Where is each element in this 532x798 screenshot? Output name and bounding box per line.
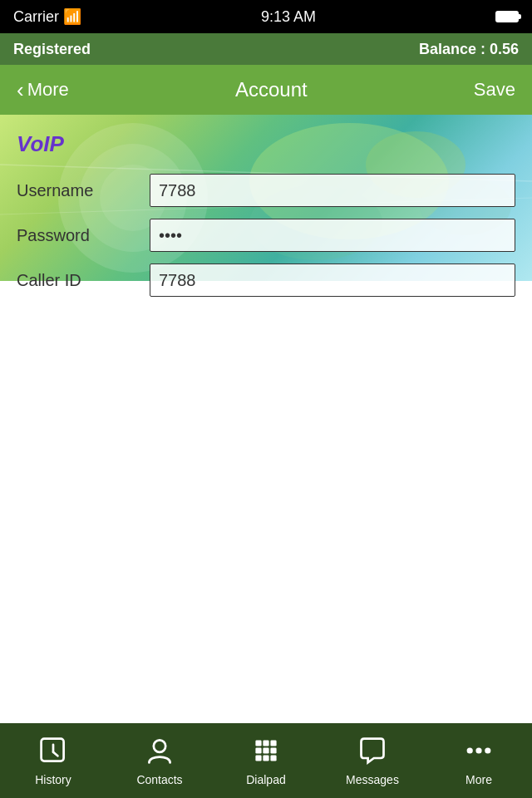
battery-indicator — [495, 11, 519, 22]
svg-line-11 — [53, 751, 57, 756]
svg-rect-21 — [270, 755, 276, 761]
contacts-icon — [145, 736, 175, 770]
username-label: Username — [17, 181, 150, 200]
svg-rect-15 — [270, 740, 276, 746]
chevron-left-icon: ‹ — [17, 77, 24, 103]
svg-rect-14 — [263, 740, 268, 746]
tab-history-label: History — [35, 773, 71, 786]
svg-point-22 — [467, 747, 473, 753]
svg-rect-17 — [263, 747, 268, 753]
tab-more-label: More — [466, 773, 492, 786]
content-area: VoIP Username Password Caller ID — [0, 115, 532, 723]
tab-dialpad-label: Dialpad — [246, 773, 285, 786]
svg-rect-16 — [255, 747, 261, 753]
voip-label: VoIP — [17, 131, 515, 157]
svg-rect-20 — [263, 755, 268, 761]
account-form: VoIP Username Password Caller ID — [0, 115, 532, 325]
username-input[interactable] — [150, 174, 515, 207]
carrier-label: Carrier — [13, 8, 59, 25]
dialpad-icon — [251, 736, 281, 770]
password-row: Password — [17, 219, 515, 252]
tab-dialpad[interactable]: Dialpad — [213, 723, 319, 798]
tab-contacts[interactable]: Contacts — [106, 723, 213, 798]
svg-rect-18 — [270, 747, 276, 753]
password-label: Password — [17, 226, 150, 245]
svg-point-12 — [154, 740, 165, 751]
page-title: Account — [235, 78, 308, 101]
navigation-bar: ‹ More Account Save — [0, 65, 532, 115]
wifi-icon: 📶 — [63, 8, 81, 25]
svg-point-23 — [475, 747, 481, 753]
tab-contacts-label: Contacts — [136, 773, 182, 786]
save-button[interactable]: Save — [474, 79, 515, 101]
callerid-input[interactable] — [150, 264, 515, 297]
messages-icon — [357, 736, 387, 770]
registration-status: Registered — [13, 41, 91, 58]
tab-more[interactable]: More — [426, 723, 532, 798]
back-button[interactable]: ‹ More — [17, 77, 69, 103]
registration-bar: Registered Balance : 0.56 — [0, 33, 532, 65]
more-icon — [464, 736, 494, 770]
svg-point-24 — [485, 747, 490, 753]
tab-messages[interactable]: Messages — [319, 723, 426, 798]
battery-icon — [495, 11, 519, 22]
callerid-row: Caller ID — [17, 264, 515, 297]
tab-history[interactable]: History — [0, 723, 106, 798]
time-display: 9:13 AM — [261, 8, 316, 26]
callerid-label: Caller ID — [17, 271, 150, 290]
status-bar: Carrier 📶 9:13 AM — [0, 0, 532, 33]
username-row: Username — [17, 174, 515, 207]
history-icon — [38, 736, 68, 770]
svg-rect-13 — [255, 740, 261, 746]
back-label: More — [27, 79, 69, 101]
tab-messages-label: Messages — [346, 773, 399, 786]
password-input[interactable] — [150, 219, 515, 252]
svg-rect-19 — [255, 755, 261, 761]
tab-bar: History Contacts Dialpad — [0, 723, 532, 798]
balance-display: Balance : 0.56 — [419, 41, 519, 58]
carrier-wifi: Carrier 📶 — [13, 7, 81, 26]
